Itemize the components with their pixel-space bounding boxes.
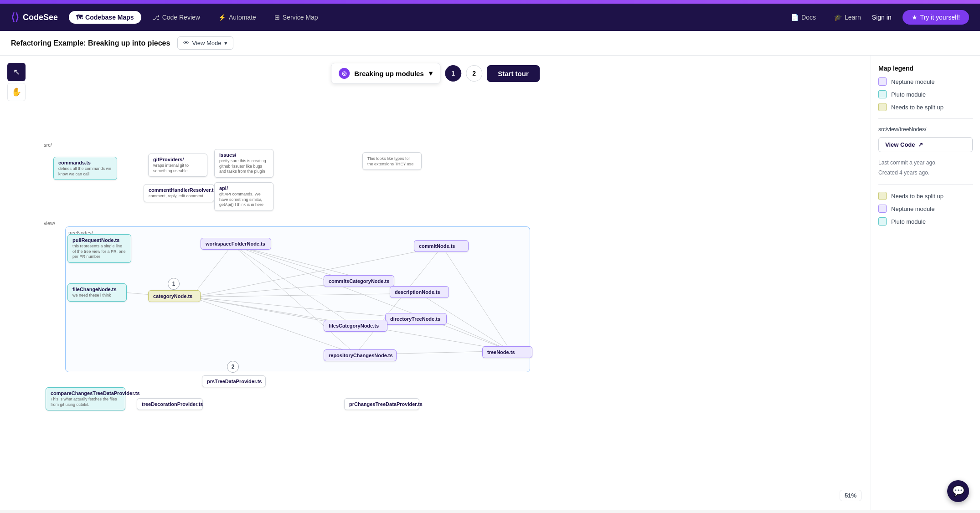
sidebar-needs-split-swatch	[878, 192, 887, 200]
subheader: Refactoring Example: Breaking up into pi…	[0, 31, 980, 56]
node-extensions[interactable]: This looks like types for the extensions…	[362, 152, 422, 170]
last-commit-meta: Last commit a year ago.	[878, 159, 973, 167]
sidebar-divider-1	[878, 118, 973, 119]
node-git-providers[interactable]: gitProviders/ wraps internal git to some…	[148, 154, 207, 177]
sidebar-pluto: Pluto module	[878, 217, 973, 226]
tour-icon: ◎	[339, 68, 350, 79]
pluto-swatch	[878, 90, 887, 98]
logo-text: CodeSee	[23, 13, 58, 22]
sidebar-pluto-swatch	[878, 217, 887, 226]
sidebar-neptune: Neptune module	[878, 205, 973, 213]
node-commit[interactable]: commitNode.ts	[414, 240, 469, 252]
node-files-category[interactable]: filesCategoryNode.ts	[324, 320, 387, 332]
node-workspace-folder[interactable]: workspaceFolderNode.ts	[201, 238, 271, 250]
tour-chevron-icon: ▾	[429, 69, 433, 77]
nav-codebase-maps[interactable]: 🗺 Codebase Maps	[69, 11, 141, 24]
needs-split-swatch	[878, 103, 887, 111]
eye-icon: 👁	[183, 40, 189, 46]
nav-service-map[interactable]: ⊞ Service Map	[267, 11, 325, 24]
node-prs-tree[interactable]: prsTreeDataProvider.ts	[202, 375, 266, 387]
right-sidebar: Map legend Neptune module Pluto module N…	[871, 56, 980, 510]
step-badge-2: 2	[227, 361, 239, 373]
node-pr-changes[interactable]: prChangesTreeDataProvider.ts	[344, 398, 419, 410]
top-banner	[0, 0, 980, 4]
tour-dropdown[interactable]: ◎ Breaking up modules ▾	[331, 63, 440, 84]
nav-learn[interactable]: 🎓 Learn	[827, 11, 868, 24]
legend-pluto: Pluto module	[878, 90, 973, 98]
node-commits-category[interactable]: commitsCategoryNode.ts	[324, 275, 394, 287]
start-tour-button[interactable]: Start tour	[487, 65, 540, 82]
canvas-toolbar: ↖ ✋	[0, 56, 33, 108]
nav-docs[interactable]: 📄 Docs	[784, 11, 823, 24]
tour-title: Breaking up modules	[354, 70, 424, 77]
sidebar-needs-split-label: Needs to be split up	[891, 193, 944, 200]
map-canvas: src/ view/ treeNodes/ 1 2 commands.ts de…	[0, 56, 871, 510]
chevron-down-icon: ▾	[224, 40, 227, 46]
nav-automate[interactable]: ⚡ Automate	[211, 11, 263, 24]
view-code-button[interactable]: View Code ↗	[878, 137, 973, 152]
legend-needs-split: Needs to be split up	[878, 103, 973, 111]
neptune-swatch	[878, 77, 887, 86]
view-label: view/	[44, 221, 55, 226]
sidebar-needs-split: Needs to be split up	[878, 192, 973, 200]
service-icon: ⊞	[274, 14, 280, 21]
external-link-icon: ↗	[918, 141, 923, 148]
sidebar-pluto-label: Pluto module	[891, 218, 926, 225]
needs-split-label: Needs to be split up	[891, 104, 944, 111]
node-commands[interactable]: commands.ts defines all the commands we …	[53, 157, 117, 180]
node-repository-changes[interactable]: repositoryChangesNode.ts	[324, 349, 397, 361]
tour-step-2[interactable]: 2	[466, 65, 482, 82]
nav-code-review[interactable]: ⎇ Code Review	[145, 11, 207, 24]
src-label: src/	[44, 142, 52, 148]
cursor-tool[interactable]: ↖	[7, 63, 26, 81]
nav-bar: ⟨⟩ CodeSee 🗺 Codebase Maps ⎇ Code Review…	[0, 4, 980, 31]
created-meta: Created 4 years ago.	[878, 169, 973, 177]
star-icon: ★	[912, 14, 918, 21]
chat-button[interactable]: 💬	[947, 480, 969, 502]
legend-title: Map legend	[878, 65, 973, 72]
node-file-change[interactable]: fileChangeNode.ts we need these i think	[67, 283, 127, 302]
canvas-area[interactable]: ↖ ✋ ◎ Breaking up modules ▾ 1 2 Start to…	[0, 56, 871, 510]
main-area: ↖ ✋ ◎ Breaking up modules ▾ 1 2 Start to…	[0, 56, 980, 510]
node-description[interactable]: descriptionNode.ts	[390, 286, 449, 298]
zoom-indicator: 51%	[840, 490, 861, 501]
review-icon: ⎇	[152, 14, 160, 21]
node-category[interactable]: categoryNode.ts	[148, 290, 201, 302]
page-title: Refactoring Example: Breaking up into pi…	[11, 39, 170, 47]
logo[interactable]: ⟨⟩ CodeSee	[11, 11, 58, 23]
node-pull-request[interactable]: pullRequestNode.ts this represents a sin…	[67, 234, 131, 263]
sign-in-button[interactable]: Sign in	[872, 14, 892, 21]
hand-tool[interactable]: ✋	[7, 83, 26, 101]
sidebar-path: src/view/treeNodes/	[878, 126, 973, 133]
tour-step-1[interactable]: 1	[445, 65, 461, 82]
node-comment-handler[interactable]: commentHandlerResolver.ts comment, reply…	[144, 184, 214, 202]
pluto-label: Pluto module	[891, 91, 926, 98]
node-tree[interactable]: treeNode.ts	[482, 346, 532, 358]
automate-icon: ⚡	[218, 14, 226, 21]
learn-icon: 🎓	[834, 14, 842, 21]
try-it-button[interactable]: ★ Try it yourself!	[903, 10, 969, 25]
logo-icon: ⟨⟩	[11, 11, 19, 23]
sidebar-divider-2	[878, 184, 973, 185]
view-mode-button[interactable]: 👁 View Mode ▾	[177, 36, 233, 50]
tour-controls: ◎ Breaking up modules ▾ 1 2 Start tour	[324, 56, 547, 91]
node-issues[interactable]: issues/ pretty sure this is creating git…	[214, 149, 273, 178]
node-tree-decoration[interactable]: treeDecorationProvider.ts	[137, 398, 203, 410]
sidebar-neptune-label: Neptune module	[891, 205, 934, 212]
docs-icon: 📄	[791, 14, 799, 21]
step-badge-1: 1	[168, 278, 180, 290]
sidebar-neptune-swatch	[878, 205, 887, 213]
map-icon: 🗺	[76, 14, 83, 21]
neptune-label: Neptune module	[891, 78, 934, 85]
node-compare-changes[interactable]: compareChangesTreeDataProvider.ts This i…	[46, 387, 125, 410]
node-directory-tree[interactable]: directoryTreeNode.ts	[385, 313, 447, 325]
node-api[interactable]: api/ git API commands. We have something…	[214, 182, 273, 211]
legend-neptune: Neptune module	[878, 77, 973, 86]
